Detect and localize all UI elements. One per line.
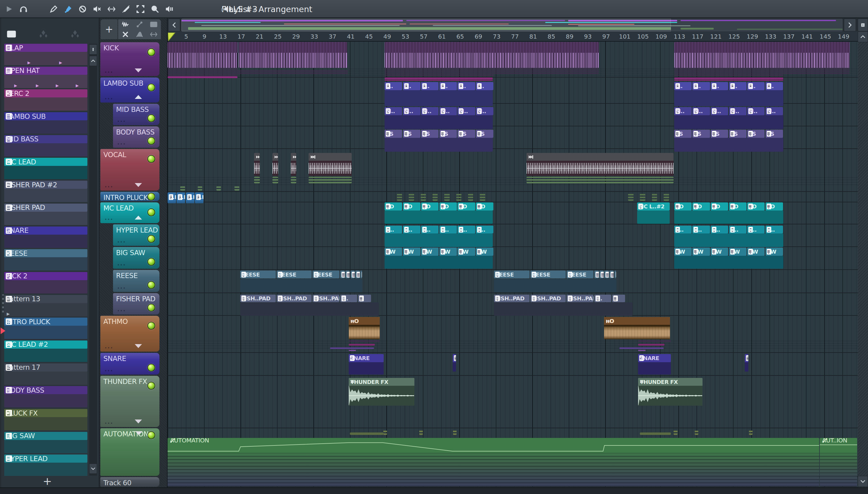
- pattern-header[interactable]: REESE: [4, 249, 87, 257]
- track-mute-led[interactable]: [147, 48, 155, 56]
- track-header-lambo-sub[interactable]: LAMBO SUB...: [100, 77, 159, 102]
- clip-body-preview[interactable]: [240, 279, 362, 292]
- pattern-clip-m[interactable]: M..: [421, 107, 438, 115]
- pattern-lane-strip[interactable]: [384, 70, 599, 72]
- fx-mini-clip[interactable]: [527, 177, 674, 183]
- fx-mini-clip[interactable]: [453, 430, 457, 435]
- pattern-clip-s[interactable]: ..S: [439, 130, 457, 138]
- slice-tool-icon[interactable]: [120, 4, 132, 14]
- automation-clip[interactable]: AUT..ION: [820, 438, 857, 487]
- pattern-lane-strip[interactable]: [638, 344, 665, 346]
- group-collapse-arrow[interactable]: [135, 431, 142, 435]
- fx-mini-clip[interactable]: [235, 186, 239, 191]
- pattern-lane-strip[interactable]: [674, 77, 783, 79]
- pattern-clip-l[interactable]: L..: [692, 82, 710, 90]
- scroll-up-button[interactable]: [858, 31, 868, 42]
- pattern-lane-strip[interactable]: [674, 72, 850, 74]
- track-header-track-60[interactable]: Track 60: [100, 477, 159, 487]
- pattern-clip[interactable]: [360, 270, 362, 278]
- fx-mini-clip[interactable]: [198, 186, 202, 191]
- pattern-lane-strip[interactable]: [638, 350, 645, 351]
- pattern-clip-w[interactable]: ..W: [766, 248, 783, 256]
- pattern-clip-s[interactable]: ..S: [476, 130, 493, 138]
- pattern-clip-d[interactable]: ..D: [421, 202, 438, 210]
- audio-clip-o[interactable]: ..O..O..O: [604, 317, 670, 339]
- zoom-tool-icon[interactable]: [149, 4, 161, 14]
- pattern-clip-h[interactable]: H..: [766, 226, 783, 233]
- pattern-clip-d[interactable]: ..D: [384, 202, 402, 210]
- pattern-clip-m[interactable]: M..: [729, 107, 747, 115]
- pattern-header[interactable]: CLAP: [4, 44, 87, 52]
- pattern-clip-h[interactable]: H..: [729, 226, 747, 233]
- minimap-view-window[interactable]: [181, 19, 671, 31]
- delete-content-icon[interactable]: [118, 29, 132, 39]
- pattern-header[interactable]: MC LEAD #2: [4, 341, 87, 349]
- pattern-clip-w[interactable]: ..W: [674, 248, 692, 256]
- track-mute-led[interactable]: [147, 281, 155, 289]
- track-header-intro-pluck[interactable]: INTRO PLUCK: [100, 192, 159, 201]
- pattern-clip[interactable]: [351, 270, 355, 278]
- track-menu-dots[interactable]: ...: [117, 116, 126, 124]
- pattern-clip[interactable]: [346, 270, 350, 278]
- pattern-item[interactable]: CLAP▶▶: [4, 44, 87, 65]
- pattern-clip-l[interactable]: L..: [729, 82, 747, 90]
- pattern-clip-d[interactable]: ..D: [711, 202, 728, 210]
- pattern-clip-snare[interactable]: SNARE: [349, 354, 384, 362]
- group-collapse-arrow[interactable]: [135, 183, 142, 187]
- pattern-clip-h[interactable]: H..: [711, 226, 728, 233]
- pattern-lane-strip[interactable]: [674, 70, 850, 72]
- pattern-clip-reese[interactable]: REESE: [240, 270, 276, 278]
- fx-mini-clip[interactable]: [468, 193, 473, 201]
- pattern-clip-m[interactable]: M..: [457, 107, 475, 115]
- track-menu-dots[interactable]: ...: [104, 418, 113, 425]
- pattern-clip-l[interactable]: L..: [384, 82, 402, 90]
- pattern-clip-l[interactable]: L..: [711, 82, 728, 90]
- slide-tool-icon[interactable]: [105, 4, 118, 14]
- pattern-header[interactable]: FISHER PAD #2: [4, 180, 87, 189]
- audio-wave-icon[interactable]: [118, 19, 132, 29]
- audio-clip[interactable]: [291, 153, 297, 176]
- track-header-fisher-pad[interactable]: FISHER PAD...: [113, 293, 159, 315]
- group-collapse-arrow[interactable]: [135, 69, 142, 72]
- pattern-clip-s[interactable]: ..S: [692, 130, 710, 138]
- pattern-clip-m[interactable]: M..: [476, 107, 493, 115]
- pattern-clip-ik[interactable]: I..K: [177, 192, 185, 203]
- pattern-clip-w[interactable]: ..W: [476, 248, 493, 256]
- pattern-clip-l[interactable]: L..: [747, 82, 765, 90]
- track-header-body-bass[interactable]: BODY BASS...: [113, 126, 159, 148]
- pattern-clip-d[interactable]: ..D: [766, 202, 783, 210]
- pattern-clip-fishpad[interactable]: FISH..PAD: [567, 294, 593, 302]
- pattern-header[interactable]: SNARE: [4, 227, 87, 235]
- pattern-clip-h[interactable]: H..: [747, 226, 765, 233]
- track-header-thunder-fx[interactable]: THUNDER FX...: [100, 376, 159, 427]
- pattern-clip[interactable]: [599, 270, 604, 278]
- pattern-clip-m[interactable]: M..: [692, 107, 710, 115]
- pattern-clip-fishpad[interactable]: FISH..PAD: [277, 294, 312, 302]
- clip-body-preview[interactable]: [384, 210, 493, 224]
- pattern-lane-strip[interactable]: [674, 79, 783, 81]
- track-mute-led[interactable]: [147, 114, 155, 122]
- clip-body-preview[interactable]: [494, 303, 633, 316]
- fx-mini-clip[interactable]: [254, 177, 260, 183]
- pattern-lane-strip[interactable]: [619, 347, 664, 349]
- group-expand-arrow[interactable]: [135, 216, 142, 220]
- fx-mini-clip[interactable]: [383, 430, 387, 435]
- pattern-clip-reese[interactable]: REESE: [567, 270, 593, 278]
- pattern-clip-w[interactable]: ..W: [711, 248, 728, 256]
- pattern-clip-m[interactable]: M..: [403, 107, 420, 115]
- pattern-item[interactable]: FISHER PAD #2: [4, 180, 87, 202]
- pattern-clip-d[interactable]: ..D: [692, 202, 710, 210]
- pattern-clip-h[interactable]: H..: [457, 226, 475, 233]
- pattern-clip-d[interactable]: ..D: [729, 202, 747, 210]
- track-header-mid-bass[interactable]: MID BASS...: [113, 104, 159, 125]
- pattern-clip-m[interactable]: M..: [766, 107, 783, 115]
- fx-mini-clip[interactable]: [180, 186, 185, 191]
- pattern-header[interactable]: Pattern 13: [4, 295, 87, 303]
- pattern-clip-d[interactable]: ..D: [439, 202, 457, 210]
- minimap-options-button[interactable]: [858, 19, 868, 31]
- track-header-hyper-lead[interactable]: HYPER LEAD...: [113, 224, 159, 246]
- fx-mini-clip[interactable]: [433, 193, 438, 201]
- pattern-lane-strip[interactable]: [674, 75, 783, 76]
- pattern-lane-strip[interactable]: [349, 344, 375, 346]
- play-icon[interactable]: [3, 4, 15, 14]
